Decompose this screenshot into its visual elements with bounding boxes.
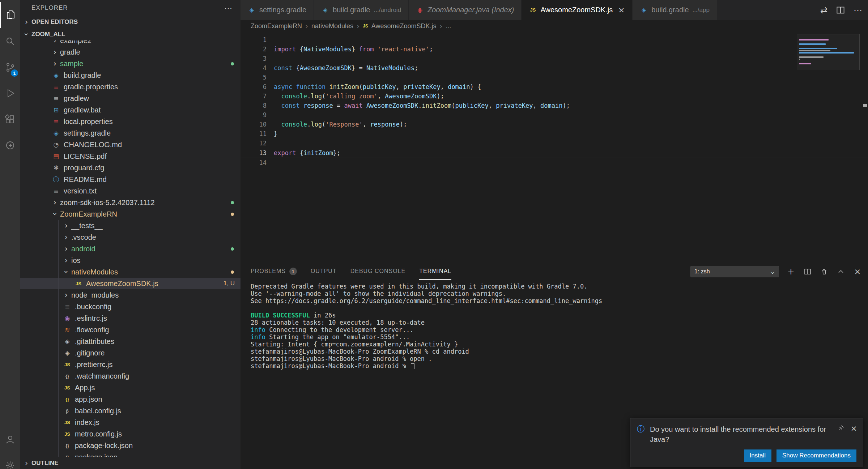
settings-gear-icon[interactable]: [0, 452, 20, 469]
tree-item-.vscode[interactable]: ›.vscode: [20, 231, 241, 243]
code-line-1[interactable]: 1: [241, 35, 868, 44]
chevron-right-icon: ›: [357, 22, 359, 30]
tree-item-zoom-sdk-ios-5.2.42037.1112[interactable]: ›zoom-sdk-ios-5.2.42037.1112: [20, 197, 241, 208]
tab-build.gradle[interactable]: ◈build.gradle.../android: [314, 0, 409, 20]
tree-item-settings.gradle[interactable]: ◈settings.gradle: [20, 127, 241, 139]
tree-item-.buckconfig[interactable]: ≡.buckconfig: [20, 301, 241, 312]
outline-section[interactable]: › OUTLINE: [20, 457, 241, 469]
tree-item-metro.config.js[interactable]: JSmetro.config.js: [20, 428, 241, 440]
tree-item-gradle[interactable]: ›gradle: [20, 46, 241, 58]
minimap[interactable]: [797, 34, 859, 70]
tab-settings.gradle[interactable]: ◈settings.gradle: [241, 0, 314, 20]
tree-item-.gitignore[interactable]: ◈.gitignore: [20, 347, 241, 359]
tree-item-.prettierrc.js[interactable]: JS.prettierrc.js: [20, 359, 241, 370]
code-line-13[interactable]: 13export {initZoom};: [241, 148, 868, 158]
panel-tab-debug-console[interactable]: DEBUG CONSOLE: [350, 263, 406, 280]
activity-source-control-icon[interactable]: 1: [0, 54, 20, 80]
tree-item-android[interactable]: ›android: [20, 243, 241, 255]
explorer-more-actions-icon[interactable]: ⋯: [224, 4, 233, 13]
open-changes-icon[interactable]: ⇄: [820, 5, 827, 15]
js-icon: JS: [63, 420, 72, 425]
activity-search-icon[interactable]: [0, 28, 20, 54]
tree-item-AwesomeZoomSDK.js[interactable]: JSAwesomeZoomSDK.js1, U: [20, 278, 241, 289]
code-line-12[interactable]: 12: [241, 138, 868, 148]
code-line-7[interactable]: 7 console.log('calling zoom', AwesomeZoo…: [241, 91, 868, 101]
code-line-3[interactable]: 3: [241, 54, 868, 63]
tab-build.gradle[interactable]: ◈build.gradle.../app: [633, 0, 717, 20]
split-terminal-icon[interactable]: [803, 267, 812, 276]
code-line-14[interactable]: 14: [241, 158, 868, 167]
split-editor-icon[interactable]: [836, 6, 845, 14]
open-editors-section[interactable]: › OPEN EDITORS: [20, 16, 241, 28]
problems-count-badge: 1: [289, 268, 297, 275]
tree-item-node_modules[interactable]: ›node_modules: [20, 289, 241, 301]
tree-item-example2[interactable]: ›example2: [20, 40, 241, 46]
notification-close-icon[interactable]: ×: [851, 424, 857, 433]
activity-explorer-icon[interactable]: [0, 2, 20, 28]
tree-item-.gitattributes[interactable]: ◈.gitattributes: [20, 336, 241, 347]
install-button[interactable]: Install: [744, 449, 771, 462]
workspace-section[interactable]: › ZOOM_ALL: [20, 28, 241, 40]
code-line-5[interactable]: 5: [241, 73, 868, 82]
tree-item-babel.config.js[interactable]: βbabel.config.js: [20, 405, 241, 417]
tree-item-App.js[interactable]: JSApp.js: [20, 382, 241, 393]
tree-item-__tests__[interactable]: ›__tests__: [20, 220, 241, 231]
tab-awesomezoomsdk.js[interactable]: JSAwesomeZoomSDK.js×: [522, 0, 633, 20]
notification-settings-icon[interactable]: [838, 424, 845, 433]
code-line-4[interactable]: 4const {AwesomeZoomSDK} = NativeModules;: [241, 63, 868, 73]
tree-item-local.properties[interactable]: ≡local.properties: [20, 116, 241, 127]
tree-item-.eslintrc.js[interactable]: ◉.eslintrc.js: [20, 312, 241, 324]
tree-item-LICENSE.pdf[interactable]: ▤LICENSE.pdf: [20, 150, 241, 162]
code-line-6[interactable]: 6async function initZoom(publicKey, priv…: [241, 82, 868, 91]
tree-item-ZoomExampleRN[interactable]: ›ZoomExampleRN: [20, 208, 241, 220]
activity-remote-icon[interactable]: [0, 132, 20, 158]
terminal-shell-select[interactable]: 1: zsh ⌄: [690, 266, 779, 277]
close-panel-icon[interactable]: ×: [853, 267, 862, 276]
terminal-line: Starting: Intent { cmp=com.zoomexamplern…: [251, 341, 868, 348]
code-line-9[interactable]: 9: [241, 110, 868, 120]
panel-tab-problems[interactable]: PROBLEMS1: [251, 263, 297, 280]
account-icon[interactable]: [0, 426, 20, 452]
tree-item-package.json[interactable]: {}package.json: [20, 451, 241, 457]
code-line-2[interactable]: 2import {NativeModules} from 'react-nati…: [241, 44, 868, 54]
show-recommendations-button[interactable]: Show Recommendations: [776, 449, 856, 462]
code-line-10[interactable]: 10 console.log('Response', response);: [241, 120, 868, 129]
code-line-11[interactable]: 11}: [241, 129, 868, 138]
tree-item-sample[interactable]: ›sample: [20, 58, 241, 69]
git-status-dot: [231, 270, 234, 274]
more-actions-icon[interactable]: ⋯: [854, 5, 862, 15]
tree-item-index.js[interactable]: JSindex.js: [20, 417, 241, 428]
panel-tab-terminal[interactable]: TERMINAL: [419, 263, 451, 280]
close-icon[interactable]: ×: [618, 5, 625, 14]
new-terminal-icon[interactable]: +: [786, 267, 796, 276]
panel-tab-output[interactable]: OUTPUT: [311, 263, 337, 280]
maximize-panel-icon[interactable]: [836, 267, 846, 276]
breadcrumb-item-folder[interactable]: nativeModules: [311, 22, 353, 30]
breadcrumb[interactable]: ZoomExampleRN › nativeModules › JS Aweso…: [241, 20, 868, 32]
tab-zoommanager.java-index-[interactable]: ◉ZoomManager.java (Index): [409, 0, 522, 20]
tree-item-README.md[interactable]: ⓘREADME.md: [20, 174, 241, 185]
terminal-line: info Connecting to the development serve…: [251, 326, 868, 333]
tree-item-.watchmanconfig[interactable]: {}.watchmanconfig: [20, 370, 241, 382]
tree-item-proguard.cfg[interactable]: ✱proguard.cfg: [20, 162, 241, 174]
tree-item-gradlew.bat[interactable]: ⊞gradlew.bat: [20, 104, 241, 116]
tree-item-version.txt[interactable]: ≡version.txt: [20, 185, 241, 197]
tree-item-build.gradle[interactable]: ◈build.gradle: [20, 69, 241, 81]
flow-icon: ≋: [63, 326, 72, 333]
code-line-8[interactable]: 8 const response = await AwesomeZoomSDK.…: [241, 101, 868, 110]
tree-item-package-lock.json[interactable]: {}package-lock.json: [20, 440, 241, 451]
breadcrumb-item-folder[interactable]: ZoomExampleRN: [251, 22, 302, 30]
tree-item-gradlew[interactable]: ≡gradlew: [20, 93, 241, 104]
breadcrumb-item-file[interactable]: AwesomeZoomSDK.js: [371, 22, 437, 30]
breadcrumb-item-symbol[interactable]: ...: [446, 22, 451, 30]
tree-item-CHANGELOG.md[interactable]: ◔CHANGELOG.md: [20, 139, 241, 150]
kill-terminal-icon[interactable]: [820, 267, 829, 276]
tree-item-.flowconfig[interactable]: ≋.flowconfig: [20, 324, 241, 336]
tree-item-gradle.properties[interactable]: ≡gradle.properties: [20, 81, 241, 93]
activity-extensions-icon[interactable]: [0, 106, 20, 132]
tree-item-nativeModules[interactable]: ›nativeModules: [20, 266, 241, 278]
code-editor[interactable]: 12import {NativeModules} from 'react-nat…: [241, 32, 868, 263]
tree-item-app.json[interactable]: {}app.json: [20, 393, 241, 405]
activity-run-debug-icon[interactable]: [0, 80, 20, 106]
tree-item-ios[interactable]: ›ios: [20, 255, 241, 266]
